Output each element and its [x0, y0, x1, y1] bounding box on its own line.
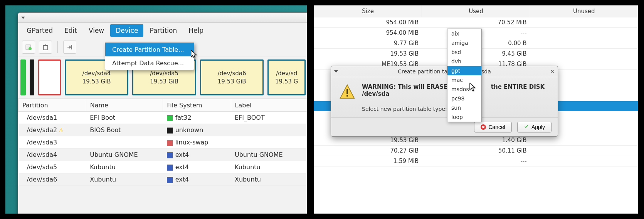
table-row[interactable]: /dev/sda2⚠BIOS Bootunknown [18, 124, 307, 136]
warning-icon [339, 83, 356, 100]
trash-icon [42, 44, 49, 51]
col-unused[interactable]: Unused [530, 5, 638, 17]
cell-partition: /dev/sda1 [27, 114, 57, 121]
window-menu-icon[interactable] [21, 17, 25, 19]
table-row[interactable]: /dev/sda1EFI Bootfat32EFI_BOOT [18, 112, 307, 124]
cell-used: 70.52 MiB [422, 17, 530, 27]
cell-used: --- [422, 156, 530, 166]
cell-size: 19.53 GiB [390, 50, 419, 57]
cell-size: 954.00 MiB [386, 29, 419, 36]
col-partition[interactable]: Partition [18, 99, 86, 112]
list-item[interactable]: 70.27 GiB50.11 GiB [314, 146, 638, 156]
resize-button[interactable] [63, 41, 76, 54]
select-label: Select new partition table type: [362, 106, 447, 112]
menu-partition[interactable]: Partition [144, 24, 182, 37]
filesystem-swatch-icon [167, 115, 173, 121]
partition-block-size: 19.53 G [275, 78, 298, 85]
attempt-data-rescue-item[interactable]: Attempt Data Rescue... [105, 56, 194, 70]
cell-partition: /dev/sda2 [27, 126, 57, 134]
partition-block-size: 19.53 GiB [218, 78, 246, 85]
partition-type-option[interactable]: amiga [447, 38, 481, 48]
menu-edit[interactable]: Edit [59, 24, 82, 37]
partition-block-size: 19.53 GiB [82, 78, 111, 85]
menu-gparted[interactable]: GParted [21, 24, 58, 37]
list-item[interactable]: 954.00 MiB70.52 MiB [314, 17, 638, 28]
apply-icon [524, 124, 529, 130]
cell-partition: /dev/sda5 [27, 163, 57, 171]
partition-type-option[interactable]: pc98 [447, 94, 481, 103]
list-item[interactable]: 1.59 MiB--- [314, 156, 638, 166]
svg-rect-7 [346, 95, 348, 97]
table-row[interactable]: /dev/sda6Xubuntuext4Xubuntu [18, 173, 307, 186]
partition-type-option[interactable]: dvh [447, 57, 481, 66]
svg-point-1 [29, 47, 32, 50]
table-row[interactable]: /dev/sda3linux-swap [18, 136, 307, 149]
menu-help[interactable]: Help [183, 24, 209, 37]
cell-size: 1.59 MiB [314, 156, 422, 166]
filesystem-swatch-icon [167, 152, 173, 158]
cell-filesystem: ext4 [175, 176, 189, 183]
arrow-to-line-icon [66, 44, 73, 51]
partition-type-option[interactable]: loop [447, 112, 481, 122]
titlebar[interactable] [18, 13, 307, 23]
cell-label: Kubuntu [231, 161, 307, 173]
lower-rows: 19.53 GiB1.40 GiB70.27 GiB50.11 GiB1.59 … [314, 135, 638, 166]
partition-type-option[interactable]: bsd [447, 48, 481, 57]
partition-block-sda1[interactable] [20, 59, 26, 95]
table-row[interactable]: /dev/sda4Ubuntu GNOMEext4Ubuntu GNOME [18, 149, 307, 161]
svg-rect-2 [44, 46, 47, 50]
partition-block-name: /dev/sda4 [82, 70, 111, 77]
col-filesystem[interactable]: File System [163, 99, 231, 112]
partition-block-sda3[interactable] [38, 59, 61, 95]
col-label[interactable]: Label [231, 99, 307, 112]
svg-rect-6 [346, 89, 348, 94]
cell-partition: /dev/sda3 [27, 139, 57, 146]
col-used[interactable]: Used [422, 5, 530, 17]
close-icon[interactable]: ✕ [550, 68, 555, 75]
cancel-icon [481, 124, 486, 130]
create-partition-table-item[interactable]: Create Partition Table... [105, 43, 194, 56]
partition-table: Partition Name File System Label /dev/sd… [18, 99, 307, 186]
menu-device[interactable]: Device [110, 24, 143, 37]
partition-type-option[interactable]: gpt [447, 66, 481, 75]
cell-size: 9.77 GiB [394, 40, 419, 47]
new-partition-button[interactable] [22, 41, 35, 54]
filesystem-swatch-icon [167, 165, 173, 171]
cancel-button[interactable]: Cancel [474, 122, 512, 132]
table-row[interactable]: /dev/sda5Kubuntuext4Kubuntu [18, 161, 307, 173]
partition-block-sda2[interactable] [30, 59, 34, 95]
menubar: GParted Edit View Device Partition Help [18, 23, 307, 38]
delete-partition-button[interactable] [39, 41, 52, 54]
cell-size: 954.00 MiB [386, 19, 419, 26]
partition-type-option[interactable]: sun [447, 103, 481, 112]
filesystem-swatch-icon [167, 127, 173, 134]
apply-button[interactable]: Apply [517, 122, 552, 132]
partition-type-option[interactable]: aix [447, 29, 481, 38]
dialog-menu-icon[interactable] [334, 70, 338, 73]
cell-filesystem: fat32 [175, 114, 192, 121]
dialog-title-pre: Create partition ta [398, 68, 447, 75]
create-partition-table-dialog: Create partition ta sda ✕ WARNING: This … [331, 66, 558, 137]
column-headers: Size Used Unused [314, 5, 638, 17]
filesystem-swatch-icon [167, 140, 173, 146]
cell-used: 50.11 GiB [422, 146, 530, 156]
col-name[interactable]: Name [86, 99, 163, 112]
warning-triangle-icon: ⚠ [59, 127, 64, 133]
gparted-window: GParted Edit View Device Partition Help … [18, 12, 307, 214]
device-dropdown: Create Partition Table... Attempt Data R… [105, 42, 194, 70]
cell-filesystem: ext4 [175, 151, 189, 158]
list-item[interactable]: 19.53 GiB1.40 GiB [314, 135, 638, 146]
dialog-titlebar[interactable]: Create partition ta sda ✕ [331, 66, 558, 77]
partition-block-name: /dev/sda5 [150, 70, 178, 77]
cell-label: Xubuntu [231, 173, 307, 186]
cell-label: EFI_BOOT [231, 112, 307, 124]
partition-type-dropdown: aixamigabsddvhgptmacmsdospc98sunloop [447, 29, 482, 122]
partition-block-next[interactable]: /dev/sd 19.53 G [267, 59, 306, 95]
cell-name: Xubuntu [86, 173, 163, 186]
partition-block-sda6[interactable]: /dev/sda6 19.53 GiB [200, 59, 264, 95]
menu-view[interactable]: View [83, 24, 109, 37]
partition-block-name: /dev/sda6 [218, 70, 246, 77]
col-size[interactable]: Size [314, 5, 422, 17]
cell-size: 70.27 GiB [314, 146, 422, 156]
cursor-icon [191, 50, 198, 60]
